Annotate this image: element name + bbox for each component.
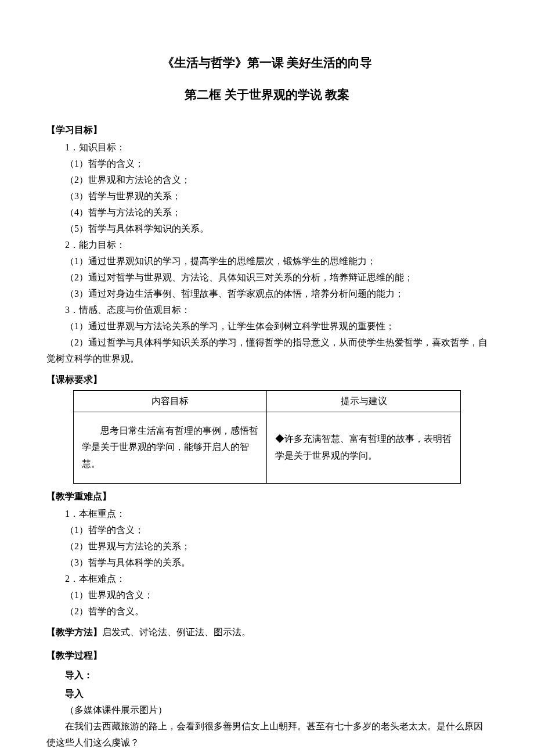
process-line: （多媒体课件展示图片） xyxy=(65,702,488,718)
standards-heading: 【课标要求】 xyxy=(46,372,488,388)
difficulty-label: 2．本框难点： xyxy=(65,571,488,587)
methods-heading: 【教学方法】 xyxy=(46,627,102,637)
process-line: 在我们去西藏旅游的路上，会看到很多善男信女上山朝拜。甚至有七十多岁的老头老太太。… xyxy=(46,718,488,751)
focus-item: （1）哲学的含义； xyxy=(65,522,488,538)
table-cell-right: ◆许多充满智慧、富有哲理的故事，表明哲学是关于世界观的学问。 xyxy=(267,412,461,483)
objectives-heading: 【学习目标】 xyxy=(46,122,488,138)
process-heading: 【教学过程】 xyxy=(46,647,488,664)
table-header-right: 提示与建议 xyxy=(267,390,461,412)
table-header-left: 内容目标 xyxy=(73,390,267,412)
knowledge-item: （4）哲学与方法论的关系； xyxy=(65,204,488,221)
table-cell-left: 思考日常生活富有哲理的事例，感悟哲学是关于世界观的学问，能够开启人的智慧。 xyxy=(73,412,267,483)
knowledge-item: （3）哲学与世界观的关系； xyxy=(65,188,488,204)
knowledge-item: （5）哲学与具体科学知识的关系。 xyxy=(65,221,488,237)
knowledge-label: 1．知识目标： xyxy=(65,139,488,156)
focus-label: 1．本框重点： xyxy=(65,506,488,522)
methods-line: 【教学方法】启发式、讨论法、例证法、图示法。 xyxy=(46,624,488,640)
process-intro1: 导入： xyxy=(46,667,488,683)
focus-item: （2）世界观与方法论的关系； xyxy=(65,538,488,555)
process-intro2: 导入 xyxy=(46,686,488,702)
doc-title: 《生活与哲学》第一课 美好生活的向导 xyxy=(46,52,488,74)
ability-item: （3）通过对身边生活事例、哲理故事、哲学家观点的体悟，培养分析问题的能力； xyxy=(65,286,488,302)
focus-item: （3）哲学与具体科学的关系。 xyxy=(65,555,488,571)
knowledge-item: （2）世界观和方法论的含义； xyxy=(65,172,488,188)
standards-table: 内容目标 提示与建议 思考日常生活富有哲理的事例，感悟哲学是关于世界观的学问，能… xyxy=(73,390,461,484)
difficulty-item: （2）哲学的含义。 xyxy=(65,603,488,620)
ability-item: （1）通过世界观知识的学习，提高学生的思维层次，锻炼学生的思维能力； xyxy=(65,253,488,269)
methods-text: 启发式、讨论法、例证法、图示法。 xyxy=(102,627,251,637)
emotion-label: 3．情感、态度与价值观目标： xyxy=(65,302,488,318)
ability-label: 2．能力目标： xyxy=(65,237,488,253)
emotion-item: （2）通过哲学与具体科学知识关系的学习，懂得哲学的指导意义，从而使学生热爱哲学，… xyxy=(46,334,488,367)
ability-item: （2）通过对哲学与世界观、方法论、具体知识三对关系的分析，培养辩证思维的能； xyxy=(65,269,488,286)
difficulty-item: （1）世界观的含义； xyxy=(65,587,488,603)
doc-subtitle: 第二框 关于世界观的学说 教案 xyxy=(46,84,488,106)
knowledge-item: （1）哲学的含义； xyxy=(65,156,488,172)
keypoints-heading: 【教学重难点】 xyxy=(46,488,488,505)
emotion-item: （1）通过世界观与方法论关系的学习，让学生体会到树立科学世界观的重要性； xyxy=(65,318,488,334)
